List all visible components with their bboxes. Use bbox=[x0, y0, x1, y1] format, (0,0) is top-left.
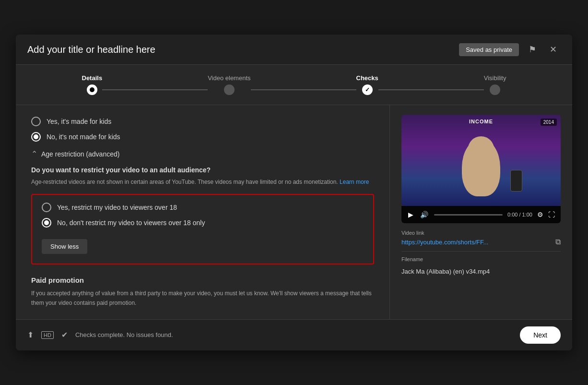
kids-yes-radio[interactable] bbox=[31, 117, 41, 126]
modal-footer: ⬆ HD ✔ Checks complete. No issues found.… bbox=[16, 319, 572, 350]
filename-label: Filename bbox=[401, 256, 561, 262]
restrict-no-option[interactable]: No, don't restrict my video to viewers o… bbox=[42, 218, 364, 228]
step-checks-label: Checks bbox=[356, 74, 378, 82]
kids-yes-option[interactable]: Yes, it's made for kids bbox=[31, 117, 374, 126]
kids-no-radio[interactable] bbox=[31, 132, 41, 142]
hd-badge: HD bbox=[41, 331, 54, 339]
connector-2 bbox=[251, 89, 356, 90]
step-details: Details bbox=[82, 74, 103, 95]
chevron-up-icon: ⌃ bbox=[31, 149, 37, 158]
modal-title: Add your title or headline here bbox=[27, 44, 155, 55]
video-controls: ▶ 🔊 0:00 / 1:00 ⚙ ⛶ bbox=[401, 206, 561, 223]
age-restriction-desc: Age-restricted videos are not shown in c… bbox=[31, 178, 374, 186]
left-panel: Yes, it's made for kids No, it's not mad… bbox=[16, 105, 390, 319]
restrict-yes-radio[interactable] bbox=[42, 203, 51, 212]
connector-3 bbox=[378, 89, 484, 90]
video-link[interactable]: https://youtube.com/shorts/FF... bbox=[401, 239, 488, 246]
learn-more-link[interactable]: Learn more bbox=[340, 179, 369, 185]
restrict-no-label: No, don't restrict my video to viewers o… bbox=[57, 219, 205, 227]
upload-modal: Add your title or headline here Saved as… bbox=[16, 35, 572, 350]
volume-button[interactable]: 🔊 bbox=[419, 210, 429, 219]
kids-no-label: No, it's not made for kids bbox=[47, 133, 120, 141]
play-button[interactable]: ▶ bbox=[407, 210, 414, 219]
saved-badge: Saved as private bbox=[459, 43, 519, 56]
step-details-label: Details bbox=[82, 74, 103, 82]
header-actions: Saved as private ⚑ ✕ bbox=[459, 42, 561, 57]
step-visibility: Visibility bbox=[484, 74, 506, 95]
restrict-no-radio[interactable] bbox=[42, 218, 51, 228]
settings-button[interactable]: ⚙ bbox=[537, 211, 543, 218]
paid-promotion-heading: Paid promotion bbox=[31, 276, 374, 284]
time-display: 0:00 / 1:00 bbox=[507, 212, 532, 217]
step-visibility-label: Visibility bbox=[484, 74, 506, 82]
step-video-dot bbox=[224, 84, 235, 95]
person-body bbox=[462, 139, 500, 196]
step-video-label: Video elements bbox=[208, 74, 250, 82]
close-button[interactable]: ✕ bbox=[546, 42, 561, 57]
kids-yes-label: Yes, it's made for kids bbox=[47, 118, 111, 125]
video-overlay-text: 2014 bbox=[541, 119, 557, 126]
paid-promotion-body: If you accepted anything of value from a… bbox=[31, 289, 374, 307]
age-restriction-question: Do you want to restrict your video to an… bbox=[31, 166, 374, 174]
restriction-box: Yes, restrict my video to viewers over 1… bbox=[31, 194, 374, 265]
video-link-label: Video link bbox=[401, 230, 561, 236]
checkmark-icon: ✓ bbox=[365, 86, 370, 93]
kids-options: Yes, it's made for kids No, it's not mad… bbox=[31, 117, 374, 142]
step-visibility-dot bbox=[490, 84, 500, 95]
modal-body: Yes, it's made for kids No, it's not mad… bbox=[16, 105, 572, 319]
video-overlay-income: INCOME bbox=[469, 119, 493, 124]
check-circle-icon: ✔ bbox=[61, 330, 68, 339]
restrict-yes-option[interactable]: Yes, restrict my video to viewers over 1… bbox=[42, 203, 364, 212]
footer-status: Checks complete. No issues found. bbox=[75, 331, 173, 338]
fullscreen-button[interactable]: ⛶ bbox=[548, 211, 555, 218]
video-background: INCOME 2014 bbox=[401, 115, 561, 206]
filename-value: Jack Ma (Alibaba) (en) v34.mp4 bbox=[401, 268, 561, 275]
video-info: Video link https://youtube.com/shorts/FF… bbox=[401, 230, 561, 275]
upload-icon: ⬆ bbox=[27, 330, 34, 339]
step-checks-dot: ✓ bbox=[362, 84, 373, 95]
step-details-inner bbox=[90, 87, 94, 92]
video-player: INCOME 2014 ▶ 🔊 0:00 / 1:00 ⚙ ⛶ bbox=[401, 115, 561, 223]
flag-icon: ⚑ bbox=[529, 44, 536, 55]
step-details-dot bbox=[87, 84, 97, 95]
restrict-yes-label: Yes, restrict my video to viewers over 1… bbox=[57, 204, 177, 211]
right-panel: INCOME 2014 ▶ 🔊 0:00 / 1:00 ⚙ ⛶ bbox=[390, 105, 572, 319]
phone-graphic bbox=[510, 170, 522, 192]
kids-no-option[interactable]: No, it's not made for kids bbox=[31, 132, 374, 142]
flag-button[interactable]: ⚑ bbox=[525, 42, 540, 57]
step-video-elements: Video elements bbox=[208, 74, 250, 95]
age-restriction-toggle[interactable]: ⌃ Age restriction (advanced) bbox=[31, 149, 374, 158]
video-link-row: https://youtube.com/shorts/FF... ⧉ bbox=[401, 238, 561, 246]
modal-header: Add your title or headline here Saved as… bbox=[16, 35, 572, 65]
copy-link-button[interactable]: ⧉ bbox=[555, 238, 561, 246]
video-thumbnail: INCOME 2014 bbox=[401, 115, 561, 206]
kids-no-inner bbox=[34, 134, 38, 139]
connector-1 bbox=[102, 89, 208, 90]
progress-bar[interactable] bbox=[434, 214, 503, 216]
step-checks: Checks ✓ bbox=[356, 74, 378, 95]
restrict-no-inner bbox=[44, 220, 49, 225]
next-button[interactable]: Next bbox=[520, 326, 561, 344]
show-less-button[interactable]: Show less bbox=[42, 239, 87, 254]
footer-left: ⬆ HD ✔ Checks complete. No issues found. bbox=[27, 330, 173, 339]
divider-1 bbox=[401, 251, 561, 252]
steps-bar: Details Video elements Checks ✓ bbox=[16, 65, 572, 105]
close-icon: ✕ bbox=[550, 44, 557, 55]
age-restriction-label: Age restriction (advanced) bbox=[41, 150, 119, 158]
